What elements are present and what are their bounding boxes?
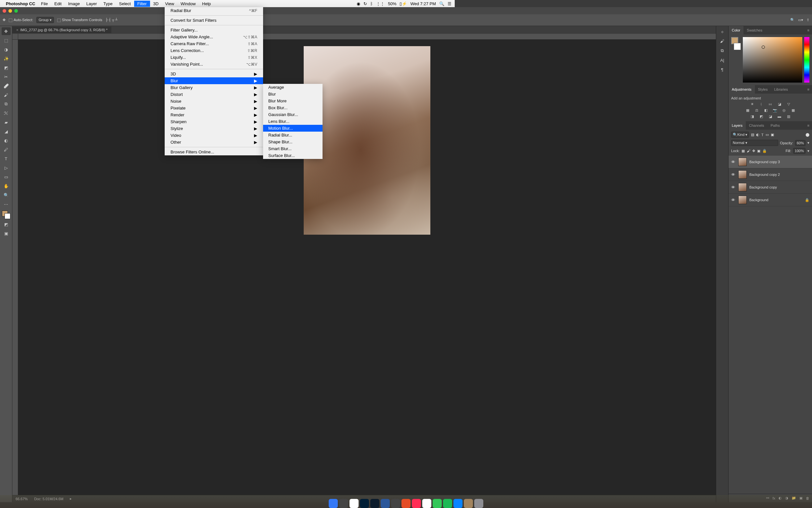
menu-view[interactable]: View [162, 1, 177, 7]
menu-item-browse-filters[interactable]: Browse Filters Online... [165, 149, 263, 155]
battery-percent: 50% [388, 1, 396, 6]
menu-item-stylize[interactable]: Stylize▶ [165, 125, 263, 132]
menu-item-pixelate[interactable]: Pixelate▶ [165, 104, 263, 112]
show-transform-checkbox[interactable]: Show Transform Controls [57, 18, 102, 22]
menu-item-noise[interactable]: Noise▶ [165, 98, 263, 104]
menu-layer[interactable]: Layer [83, 1, 100, 7]
ruler-vertical[interactable] [12, 40, 18, 282]
menu-type[interactable]: Type [100, 1, 115, 7]
quick-mask-toggle[interactable]: ◩ [2, 220, 11, 228]
document-canvas[interactable] [304, 46, 430, 235]
move-tool[interactable]: ✥ [2, 27, 11, 35]
document-tab-title: IMG_2737.jpg @ 66.7% (Background copy 3,… [20, 28, 107, 32]
history-brush-tool[interactable]: ℋ [2, 109, 11, 117]
menu-file[interactable]: File [38, 1, 51, 7]
submenu-item-gaussian-blur[interactable]: Gaussian Blur... [263, 111, 323, 118]
submenu-item-radial-blur[interactable]: Radial Blur... [263, 132, 323, 138]
gradient-tool[interactable]: ◢ [2, 127, 11, 135]
menu-image[interactable]: Image [65, 1, 83, 7]
submenu-item-surface-blur[interactable]: Surface Blur... [263, 152, 323, 159]
menu-extras-icon[interactable]: ☰ [447, 1, 451, 6]
move-tool-icon[interactable]: ✥ [3, 18, 5, 22]
type-tool[interactable]: T [2, 155, 11, 163]
submenu-item-blur-more[interactable]: Blur More [263, 97, 323, 104]
menu-item-other[interactable]: Other▶ [165, 139, 263, 145]
minimize-window-button[interactable] [8, 9, 12, 13]
menu-item-blur-gallery[interactable]: Blur Gallery▶ [165, 84, 263, 91]
ruler-origin[interactable] [12, 34, 18, 40]
menu-item-lens-correction[interactable]: Lens Correction...⇧⌘R [165, 47, 263, 54]
shape-tool[interactable]: ▭ [2, 173, 11, 181]
menu-item-sharpen[interactable]: Sharpen▶ [165, 118, 263, 125]
menu-item-3d[interactable]: 3D▶ [165, 71, 263, 77]
eyedropper-tool[interactable]: ✂ [2, 73, 11, 81]
submenu-item-motion-blur[interactable]: Motion Blur... [263, 125, 323, 132]
clock[interactable]: Wed 7:27 PM [410, 1, 436, 6]
menu-item-video[interactable]: Video▶ [165, 132, 263, 139]
menu-item-render[interactable]: Render▶ [165, 112, 263, 118]
marquee-tool[interactable]: ⬚ [2, 36, 11, 44]
menu-filter[interactable]: Filter [134, 1, 150, 7]
auto-select-dropdown[interactable]: Group ▾ [36, 17, 54, 23]
dodge-tool[interactable]: ◐ [2, 136, 11, 144]
close-tab-icon[interactable]: × [16, 28, 18, 32]
menu-window[interactable]: Window [177, 1, 199, 7]
submenu-item-shape-blur[interactable]: Shape Blur... [263, 138, 323, 145]
app-name[interactable]: Photoshop CC [6, 1, 35, 6]
bluetooth-icon[interactable]: ᛒ [370, 1, 373, 6]
zoom-window-button[interactable] [14, 9, 18, 13]
menu-item-convert-smart[interactable]: Convert for Smart Filters [165, 17, 263, 24]
foreground-background-colors[interactable] [2, 211, 10, 219]
brush-tool[interactable]: 🖌 [2, 91, 11, 99]
document-tab[interactable]: × IMG_2737.jpg @ 66.7% (Background copy … [12, 27, 111, 33]
mac-menubar: Photoshop CC File Edit Image Layer Type … [0, 0, 455, 7]
screen-mode-toggle[interactable]: ▣ [2, 229, 11, 237]
time-machine-icon[interactable]: ↻ [364, 1, 367, 6]
menu-select[interactable]: Select [115, 1, 134, 7]
close-window-button[interactable] [3, 9, 6, 13]
submenu-item-lens-blur[interactable]: Lens Blur... [263, 118, 323, 125]
submenu-item-average[interactable]: Average [263, 84, 323, 91]
lasso-tool[interactable]: ◑ [2, 45, 11, 53]
zoom-tool[interactable]: 🔍 [2, 191, 11, 199]
edit-toolbar[interactable]: ⋯ [2, 200, 11, 208]
clone-stamp-tool[interactable]: ⧉ [2, 100, 11, 108]
quick-select-tool[interactable]: ✨ [2, 55, 11, 62]
align-icons: ┣ ┫ ┳ ┻ [105, 18, 117, 22]
toolbox: ✥ ⬚ ◑ ✨ ◩ ✂ 🩹 🖌 ⧉ ℋ ▰ ◢ ◐ 🖊 T ▷ ▭ ✋ 🔍 ⋯ … [0, 26, 12, 282]
submenu-item-smart-blur[interactable]: Smart Blur... [263, 145, 323, 152]
crop-tool[interactable]: ◩ [2, 64, 11, 72]
menu-3d[interactable]: 3D [150, 1, 162, 7]
hand-tool[interactable]: ✋ [2, 182, 11, 190]
spotlight-icon[interactable]: 🔍 [439, 1, 444, 6]
auto-select-checkbox[interactable]: Auto-Select: [9, 18, 33, 22]
menu-edit[interactable]: Edit [51, 1, 65, 7]
menu-item-blur[interactable]: Blur▶ [165, 77, 263, 84]
battery-icon[interactable]: ▯⚡ [399, 1, 407, 6]
creative-cloud-icon[interactable]: ◉ [356, 1, 360, 6]
menu-item-last-filter[interactable]: Radial Blur^⌘F [165, 7, 263, 14]
menu-item-distort[interactable]: Distort▶ [165, 91, 263, 98]
eraser-tool[interactable]: ▰ [2, 118, 11, 126]
filter-menu-dropdown: Radial Blur^⌘F Convert for Smart Filters… [165, 7, 263, 155]
wifi-icon[interactable]: ⋮⋮ [376, 1, 385, 6]
submenu-item-box-blur[interactable]: Box Blur... [263, 104, 323, 111]
window-controls [3, 9, 18, 13]
menu-item-adaptive-wide-angle[interactable]: Adaptive Wide Angle...⌥⇧⌘A [165, 34, 263, 40]
menu-help[interactable]: Help [199, 1, 214, 7]
path-select-tool[interactable]: ▷ [2, 164, 11, 172]
menu-item-vanishing-point[interactable]: Vanishing Point...⌥⌘V [165, 61, 263, 68]
menu-item-filter-gallery[interactable]: Filter Gallery... [165, 27, 263, 34]
menu-item-liquify[interactable]: Liquify...⇧⌘X [165, 54, 263, 61]
spot-heal-tool[interactable]: 🩹 [2, 82, 11, 90]
pen-tool[interactable]: 🖊 [2, 145, 11, 154]
submenu-item-blur[interactable]: Blur [263, 91, 323, 97]
blur-submenu: Average Blur Blur More Box Blur... Gauss… [263, 84, 323, 159]
menu-item-camera-raw[interactable]: Camera Raw Filter...⇧⌘A [165, 40, 263, 47]
menubar-status: ◉ ↻ ᛒ ⋮⋮ 50% ▯⚡ Wed 7:27 PM 🔍 ☰ [356, 1, 451, 6]
